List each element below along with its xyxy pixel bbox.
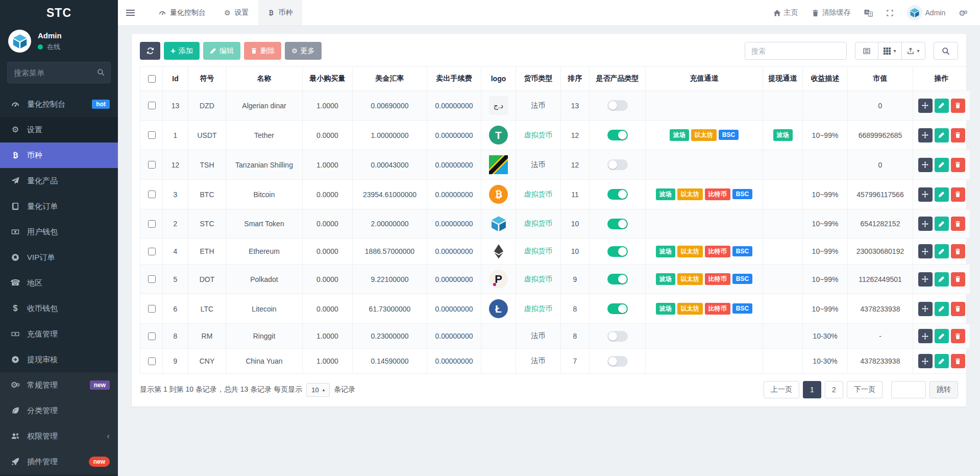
- table-search-input[interactable]: [745, 42, 847, 60]
- row-checkbox[interactable]: [148, 131, 156, 139]
- row-checkbox[interactable]: [148, 275, 156, 283]
- sidebar-item[interactable]: ⚙⚙常规管理new: [0, 372, 118, 398]
- sidebar-item[interactable]: 量化产品: [0, 168, 118, 194]
- product-type-toggle[interactable]: [607, 189, 628, 200]
- table-row[interactable]: 13DZDAlgerian dinar1.00000.006900000.000…: [140, 91, 970, 121]
- table-row[interactable]: 6LTCLitecoin0.000061.730000000.00000000Ł…: [140, 294, 970, 324]
- admin-menu[interactable]: Admin: [907, 5, 946, 20]
- page-size-select[interactable]: 10 ▴: [306, 383, 330, 397]
- row-checkbox[interactable]: [148, 161, 156, 169]
- delete-button[interactable]: 删除: [244, 42, 281, 60]
- row-delete-button[interactable]: [951, 128, 965, 142]
- table-row[interactable]: 1USDTTether0.00001.000000000.00000000T虚拟…: [140, 121, 970, 150]
- table-row[interactable]: 5DOTPolkadot0.00009.221000000.00000000P虚…: [140, 265, 970, 294]
- row-delete-button[interactable]: [951, 272, 965, 287]
- product-type-toggle[interactable]: [607, 331, 628, 342]
- product-type-toggle[interactable]: [607, 356, 628, 367]
- language-button[interactable]: A文: [864, 9, 873, 17]
- export-button[interactable]: ▾: [902, 42, 925, 60]
- fullscreen-button[interactable]: [886, 9, 894, 17]
- prev-page-button[interactable]: 上一页: [764, 381, 799, 398]
- row-move-button[interactable]: [918, 187, 933, 202]
- product-type-toggle[interactable]: [607, 159, 628, 170]
- sidebar-item[interactable]: $收币钱包: [0, 296, 118, 321]
- table-row[interactable]: 3BTCBitcoin0.000023954.610000000.0000000…: [140, 180, 970, 209]
- row-move-button[interactable]: [918, 329, 933, 343]
- sidebar-item[interactable]: 充值管理: [0, 321, 118, 347]
- product-type-toggle[interactable]: [607, 100, 628, 111]
- toggle-view-button[interactable]: [855, 42, 878, 60]
- row-delete-button[interactable]: [951, 217, 965, 231]
- row-checkbox[interactable]: [148, 102, 156, 109]
- sidebar-item[interactable]: VIP订单: [0, 245, 118, 270]
- sidebar-item[interactable]: 量化订单: [0, 194, 118, 219]
- select-all-checkbox[interactable]: [148, 75, 156, 83]
- row-move-button[interactable]: [918, 128, 933, 142]
- row-edit-button[interactable]: [935, 272, 949, 287]
- row-delete-button[interactable]: [951, 302, 965, 316]
- row-edit-button[interactable]: [935, 354, 949, 368]
- row-edit-button[interactable]: [935, 99, 949, 113]
- row-delete-button[interactable]: [951, 99, 965, 113]
- product-type-toggle[interactable]: [607, 219, 628, 229]
- sidebar-item[interactable]: ☎地区: [0, 270, 118, 296]
- row-move-button[interactable]: [918, 302, 933, 316]
- menu-search-input[interactable]: [7, 62, 111, 83]
- row-checkbox[interactable]: [148, 220, 156, 228]
- row-checkbox[interactable]: [148, 191, 156, 198]
- product-type-toggle[interactable]: [607, 246, 628, 257]
- page-number-button[interactable]: 2: [825, 381, 843, 398]
- sidebar-item[interactable]: 用户钱包: [0, 219, 118, 245]
- row-move-button[interactable]: [918, 99, 933, 113]
- row-delete-button[interactable]: [951, 158, 965, 172]
- sidebar-item[interactable]: 插件管理new: [0, 449, 118, 474]
- jump-page-input[interactable]: [891, 381, 926, 398]
- home-link[interactable]: 主页: [773, 8, 798, 17]
- table-row[interactable]: 9CNYChina Yuan1.00000.145900000.00000000…: [140, 349, 970, 374]
- settings-cogs-button[interactable]: ⚙⚙: [959, 9, 968, 17]
- columns-button[interactable]: ▾: [878, 42, 902, 60]
- row-edit-button[interactable]: [935, 187, 949, 202]
- sidebar-item[interactable]: 量化控制台hot: [0, 91, 118, 117]
- row-edit-button[interactable]: [935, 128, 949, 142]
- row-delete-button[interactable]: [951, 354, 965, 368]
- product-type-toggle[interactable]: [607, 303, 628, 314]
- edit-button[interactable]: 编辑: [203, 42, 240, 60]
- sidebar-item[interactable]: 分类管理: [0, 398, 118, 423]
- row-delete-button[interactable]: [951, 187, 965, 202]
- more-button[interactable]: ⚙ 更多: [285, 42, 322, 60]
- table-row[interactable]: 12TSHTanzanian Shilling1.00000.000430000…: [140, 150, 970, 180]
- row-edit-button[interactable]: [935, 158, 949, 172]
- sidebar-item[interactable]: 权限管理‹: [0, 423, 118, 449]
- next-page-button[interactable]: 下一页: [847, 381, 883, 398]
- row-edit-button[interactable]: [935, 217, 949, 231]
- sidebar-item[interactable]: 提现审核: [0, 347, 118, 372]
- sidebar-item[interactable]: 币种: [0, 142, 118, 168]
- sidebar-item[interactable]: ⚙设置: [0, 117, 118, 142]
- clear-cache-link[interactable]: 清除缓存: [812, 8, 851, 17]
- row-checkbox[interactable]: [148, 332, 156, 340]
- row-edit-button[interactable]: [935, 244, 949, 258]
- row-move-button[interactable]: [918, 244, 933, 258]
- nav-tab[interactable]: ⚙设置: [215, 0, 258, 26]
- row-delete-button[interactable]: [951, 244, 965, 258]
- table-row[interactable]: 4ETHEthereum0.00001886.570000000.0000000…: [140, 239, 970, 265]
- table-row[interactable]: 2STCSmart Token0.00002.000000000.0000000…: [140, 209, 970, 239]
- refresh-button[interactable]: [140, 42, 160, 60]
- row-move-button[interactable]: [918, 158, 933, 172]
- add-button[interactable]: + 添加: [164, 42, 200, 60]
- row-checkbox[interactable]: [148, 248, 156, 255]
- product-type-toggle[interactable]: [607, 130, 628, 140]
- row-move-button[interactable]: [918, 272, 933, 287]
- row-delete-button[interactable]: [951, 329, 965, 343]
- row-move-button[interactable]: [918, 354, 933, 368]
- row-move-button[interactable]: [918, 217, 933, 231]
- hamburger-button[interactable]: [118, 0, 142, 26]
- product-type-toggle[interactable]: [607, 274, 628, 284]
- search-button[interactable]: [934, 42, 958, 60]
- row-checkbox[interactable]: [148, 305, 156, 313]
- nav-tab[interactable]: 币种: [258, 0, 302, 26]
- row-checkbox[interactable]: [148, 358, 156, 365]
- row-edit-button[interactable]: [935, 302, 949, 316]
- row-edit-button[interactable]: [935, 329, 949, 343]
